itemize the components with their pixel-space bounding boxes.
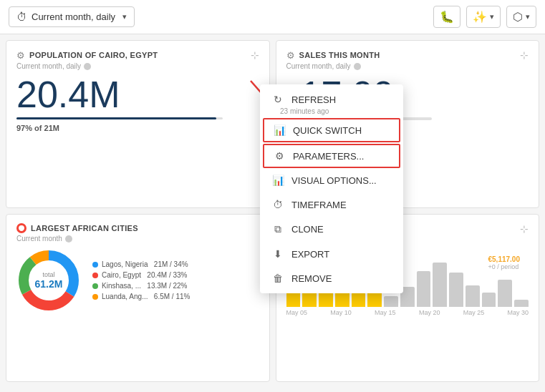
bug-icon: 🐛 xyxy=(440,10,454,24)
toolbar: ⏱ Current month, daily ▾ 🐛 ✨ ▾ ⬡ ▾ xyxy=(0,0,545,34)
refresh-sub: 23 minutes ago xyxy=(280,107,403,118)
sales-top-info-dot xyxy=(354,63,361,70)
menu-item-clone[interactable]: ⧉ CLONE xyxy=(260,217,403,242)
quick-switch-icon: 📊 xyxy=(273,124,286,136)
settings-icon: ✨ xyxy=(473,10,487,24)
cities-widget: LARGEST AFRICAN CITIES Current month tot… xyxy=(6,214,270,382)
donut-total-label: total xyxy=(35,271,63,278)
refresh-icon: ↻ xyxy=(271,94,284,105)
donut-section: total 61.2M Lagos, Nigeria 21M / 34% Cai… xyxy=(16,248,259,313)
visual-options-icon: 📊 xyxy=(271,175,284,186)
legend-item-kinshasa: Kinshasa, ... 13.3M / 22% xyxy=(92,282,190,290)
donut-total-value: 61.2M xyxy=(35,278,63,290)
bar-11 xyxy=(449,273,463,307)
timeframe-menu-label: TIMEFRAME xyxy=(291,200,347,210)
barchart-move-icon[interactable]: ⊹ xyxy=(520,223,529,235)
bar-14 xyxy=(498,280,512,307)
bar-15 xyxy=(514,300,529,307)
share-chevron: ▾ xyxy=(526,12,530,21)
sales-top-title: SALES THIS MONTH xyxy=(299,51,380,59)
share-icon: ⬡ xyxy=(513,10,523,24)
visual-options-label: VISUAL OPTIONS... xyxy=(291,175,377,186)
context-menu: ↻ REFRESH 23 minutes ago 📊 QUICK SWITCH … xyxy=(260,84,403,293)
menu-item-export[interactable]: ⬇ EXPORT xyxy=(260,242,403,266)
bar-13 xyxy=(482,293,496,307)
dashboard-grid: ⚙ POPULATION OF CAIRO, EGYPT ⊹ Current m… xyxy=(0,34,545,388)
donut-center: total 61.2M xyxy=(35,271,63,290)
population-widget: ⚙ POPULATION OF CAIRO, EGYPT ⊹ Current m… xyxy=(6,40,270,208)
export-icon: ⬇ xyxy=(271,248,284,260)
menu-item-timeframe[interactable]: ⏱ TIMEFRAME xyxy=(260,192,403,217)
bug-button[interactable]: 🐛 xyxy=(433,6,460,28)
timeframe-icon: ⏱ xyxy=(271,199,284,210)
cities-title: LARGEST AFRICAN CITIES xyxy=(31,224,138,232)
bar-5 xyxy=(352,293,366,307)
population-info-dot xyxy=(84,63,91,70)
donut-chart: total 61.2M xyxy=(16,248,81,313)
cities-subtitle: Current month xyxy=(16,235,259,242)
remove-icon: 🗑 xyxy=(271,273,284,284)
population-header: ⚙ POPULATION OF CAIRO, EGYPT ⊹ xyxy=(16,49,259,61)
legend-label-luanda: Luanda, Ang... 6.5M / 11% xyxy=(102,293,190,300)
bar-9 xyxy=(417,271,431,307)
timeframe-chevron: ▾ xyxy=(122,12,127,21)
legend-item-luanda: Luanda, Ang... 6.5M / 11% xyxy=(92,293,190,300)
population-subtitle: Current month, daily xyxy=(16,62,259,70)
legend-item-lagos: Lagos, Nigeria 21M / 34% xyxy=(92,260,190,268)
cities-legend: Lagos, Nigeria 21M / 34% Cairo, Egypt 20… xyxy=(92,260,190,300)
population-title-row: ⚙ POPULATION OF CAIRO, EGYPT xyxy=(16,50,158,61)
legend-label-kinshasa: Kinshasa, ... 13.3M / 22% xyxy=(102,282,188,290)
sales-top-move-icon[interactable]: ⊹ xyxy=(520,49,529,61)
population-value: 20.4M xyxy=(16,76,259,113)
legend-label-cairo: Cairo, Egypt 20.4M / 33% xyxy=(102,271,188,279)
population-progress-bar xyxy=(16,117,223,119)
population-move-icon[interactable]: ⊹ xyxy=(251,49,259,61)
menu-item-visual-options[interactable]: 📊 VISUAL OPTIONS... xyxy=(260,168,403,192)
population-gear-icon[interactable]: ⚙ xyxy=(16,50,25,61)
legend-item-cairo: Cairo, Egypt 20.4M / 33% xyxy=(92,271,190,279)
cities-header: LARGEST AFRICAN CITIES xyxy=(16,223,259,233)
population-progress-label: 97% of 21M xyxy=(16,124,259,132)
sales-top-subtitle: Current month, daily xyxy=(286,62,529,70)
bar-7 xyxy=(384,296,398,307)
share-button[interactable]: ⬡ ▾ xyxy=(506,6,536,28)
menu-item-parameters[interactable]: ⚙ PARAMETERS... xyxy=(264,145,399,167)
export-label: EXPORT xyxy=(291,249,329,260)
bar-12 xyxy=(466,285,480,307)
menu-item-remove[interactable]: 🗑 REMOVE xyxy=(260,266,403,290)
clock-icon: ⏱ xyxy=(16,11,27,23)
legend-dot-cairo xyxy=(92,273,98,278)
legend-label-lagos: Lagos, Nigeria 21M / 34% xyxy=(102,260,188,268)
sales-top-gear-icon[interactable]: ⚙ xyxy=(286,50,295,61)
cities-info-dot xyxy=(65,235,72,242)
sales-top-header: ⚙ SALES THIS MONTH ⊹ xyxy=(286,49,529,61)
legend-dot-lagos xyxy=(92,262,98,268)
cities-title-row: LARGEST AFRICAN CITIES xyxy=(16,223,138,233)
parameters-highlight-box: ⚙ PARAMETERS... xyxy=(263,144,400,168)
quick-switch-label: QUICK SWITCH xyxy=(293,125,362,136)
clone-icon: ⧉ xyxy=(271,223,284,235)
refresh-label: REFRESH xyxy=(291,94,336,105)
clone-label: CLONE xyxy=(291,224,324,235)
menu-item-quick-switch[interactable]: 📊 QUICK SWITCH xyxy=(264,119,399,141)
legend-dot-kinshasa xyxy=(92,283,98,289)
quick-switch-highlight-box: 📊 QUICK SWITCH xyxy=(263,118,400,142)
settings-chevron: ▾ xyxy=(490,12,494,21)
remove-label: REMOVE xyxy=(291,273,332,284)
timeframe-label: Current month, daily xyxy=(32,11,115,22)
sales-top-title-row: ⚙ SALES THIS MONTH xyxy=(286,50,380,61)
bar-chart-xaxis: May 05 May 10 May 15 May 20 May 25 May 3… xyxy=(286,309,529,316)
cities-icon xyxy=(16,223,26,233)
bar-10 xyxy=(433,263,447,307)
parameters-icon: ⚙ xyxy=(273,150,286,162)
timeframe-selector[interactable]: ⏱ Current month, daily ▾ xyxy=(9,6,135,27)
population-title: POPULATION OF CAIRO, EGYPT xyxy=(29,51,158,59)
population-progress-fill xyxy=(16,117,216,119)
settings-button[interactable]: ✨ ▾ xyxy=(466,6,501,28)
legend-dot-luanda xyxy=(92,294,98,300)
parameters-label: PARAMETERS... xyxy=(293,151,364,162)
